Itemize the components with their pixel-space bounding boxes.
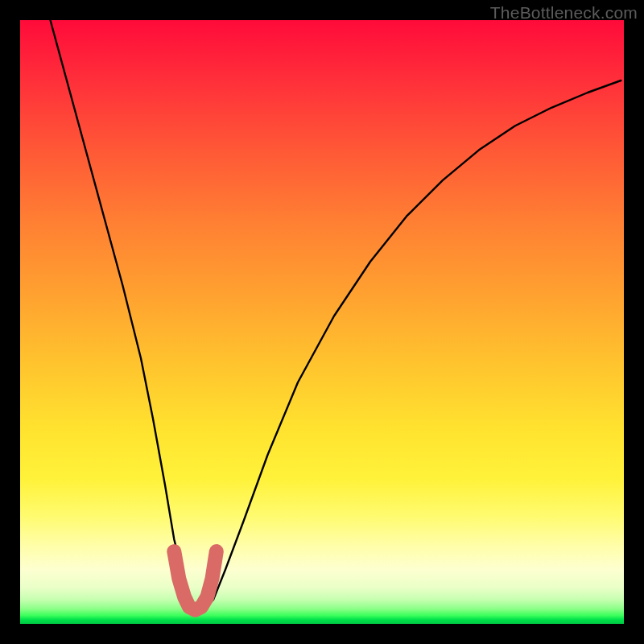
bottleneck-curve-path <box>51 20 621 609</box>
watermark-text: TheBottleneck.com <box>490 3 638 23</box>
chart-frame <box>20 20 624 624</box>
chart-svg <box>20 20 624 624</box>
highlight-u-path <box>174 551 216 610</box>
